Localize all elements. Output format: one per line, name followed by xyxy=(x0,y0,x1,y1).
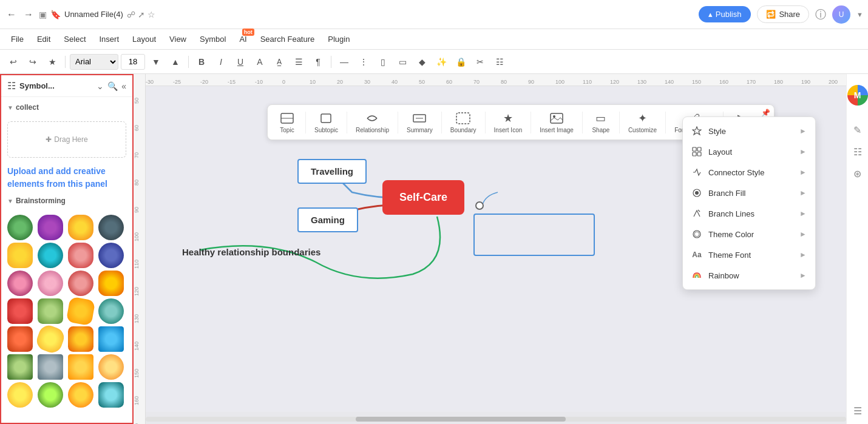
rs-style-icon[interactable]: ✎ xyxy=(849,121,866,138)
menu-edit[interactable]: Edit xyxy=(31,32,56,46)
node-selfcare[interactable]: Self-Care xyxy=(382,180,464,215)
menu-plugin[interactable]: Plugin xyxy=(322,32,356,46)
rs-grid-icon[interactable]: ⊛ xyxy=(849,165,866,182)
ctx-theme-font-item[interactable]: Aa Theme Font ► xyxy=(683,244,815,265)
unlink-button[interactable]: ✂ xyxy=(472,53,489,70)
align-left-button[interactable]: ☰ xyxy=(290,53,307,70)
menu-search[interactable]: Search Feature xyxy=(254,32,321,46)
ft-relationship-button[interactable]: Relationship xyxy=(352,109,393,136)
brain-icon-26[interactable] xyxy=(38,382,63,408)
rs-layout-icon[interactable]: ☷ xyxy=(849,143,866,160)
brain-icon-8[interactable] xyxy=(98,243,124,268)
panel-chevron-icon[interactable]: ⌄ xyxy=(97,81,104,91)
brain-icon-19[interactable] xyxy=(68,326,93,352)
ctx-layout-item[interactable]: Layout ► xyxy=(683,141,815,162)
lock-button[interactable]: 🔒 xyxy=(452,53,469,70)
share-small-icon[interactable]: ➚ xyxy=(138,10,145,19)
help-icon[interactable]: ⓘ xyxy=(815,7,826,22)
panel-collapse-icon[interactable]: « xyxy=(121,81,126,91)
ft-boundary-button[interactable]: Boundary xyxy=(447,109,480,136)
brain-icon-15[interactable] xyxy=(66,297,96,326)
paragraph-button[interactable]: ¶ xyxy=(310,53,327,70)
ft-insert-image-button[interactable]: Insert Image xyxy=(536,109,577,136)
nav-back-button[interactable]: ← xyxy=(5,8,18,21)
brain-icon-20[interactable] xyxy=(98,326,124,352)
ft-shape-button[interactable]: ▭ Shape xyxy=(588,109,614,136)
avatar[interactable]: U xyxy=(832,5,850,24)
brain-icon-14[interactable] xyxy=(38,298,63,324)
underline-button[interactable]: U xyxy=(232,53,249,70)
avatar-dropdown-icon[interactable]: ▼ xyxy=(856,11,863,18)
pin-icon[interactable]: 🔖 xyxy=(50,10,61,19)
menu-file[interactable]: File xyxy=(5,32,30,46)
brain-icon-27[interactable] xyxy=(68,382,93,408)
undo-button[interactable]: ↩ xyxy=(5,53,22,70)
mindmap-logo[interactable]: M xyxy=(847,85,868,106)
ft-subtopic-button[interactable]: Subtopic xyxy=(311,109,342,136)
increase-size-button[interactable]: ▲ xyxy=(167,53,184,70)
node-boundary[interactable] xyxy=(473,214,595,256)
menu-symbol[interactable]: Symbol xyxy=(194,32,232,46)
brain-icon-7[interactable] xyxy=(68,243,93,268)
publish-button[interactable]: ▴ Publish xyxy=(699,6,751,22)
text-color-button[interactable]: A xyxy=(251,53,268,70)
ctx-rainbow-item[interactable]: Rainbow ► xyxy=(683,265,815,286)
ft-summary-button[interactable]: Summary xyxy=(403,109,436,136)
ft-insert-icon-button[interactable]: ★ Insert Icon xyxy=(490,109,526,136)
ctx-branch-lines-item[interactable]: Branch Lines ► xyxy=(683,203,815,224)
ctx-theme-color-item[interactable]: Theme Color ► xyxy=(683,224,815,244)
panel-search-icon[interactable]: 🔍 xyxy=(107,81,118,91)
grid-button[interactable]: ☷ xyxy=(491,53,508,70)
node-travelling[interactable]: Travelling xyxy=(297,159,367,184)
rs-list-icon[interactable]: ☰ xyxy=(849,402,866,419)
border-button[interactable]: ▯ xyxy=(375,53,392,70)
canvas-area[interactable]: -30 -25 -20 -15 -10 0 10 20 30 40 50 60 … xyxy=(134,74,846,424)
effects-button[interactable]: ✨ xyxy=(433,53,450,70)
brain-icon-4[interactable] xyxy=(98,215,124,240)
menu-insert[interactable]: Insert xyxy=(93,32,126,46)
brain-icon-6[interactable] xyxy=(38,243,63,268)
bold-button[interactable]: B xyxy=(193,53,210,70)
home-icon[interactable]: ▣ xyxy=(39,10,47,19)
style-button[interactable]: ★ xyxy=(44,53,61,70)
brain-icon-10[interactable] xyxy=(38,271,63,296)
menu-ai[interactable]: AI hot xyxy=(233,32,253,46)
brainstorming-section-header[interactable]: ▼ Brainstorming xyxy=(7,194,126,207)
drag-here-area[interactable]: ✚ Drag Here xyxy=(7,121,126,158)
brain-icon-16[interactable] xyxy=(98,298,124,324)
scrollbar-thumb[interactable] xyxy=(356,417,566,422)
line-style-button[interactable]: ― xyxy=(336,53,353,70)
menu-select[interactable]: Select xyxy=(58,32,92,46)
fill-button[interactable]: ◆ xyxy=(413,53,430,70)
ctx-branch-fill-item[interactable]: Branch Fill ► xyxy=(683,183,815,203)
brain-icon-28[interactable] xyxy=(98,382,124,408)
pin-button[interactable]: 📌 xyxy=(761,109,770,117)
brain-icon-2[interactable] xyxy=(38,215,63,240)
decrease-size-button[interactable]: ▼ xyxy=(147,53,164,70)
brain-icon-12[interactable] xyxy=(98,271,124,296)
horizontal-scrollbar[interactable] xyxy=(146,417,846,422)
brain-icon-17[interactable] xyxy=(7,326,33,352)
brain-icon-3[interactable] xyxy=(68,215,93,240)
star-icon[interactable]: ☆ xyxy=(147,10,155,19)
collect-section-header[interactable]: ▼ collect xyxy=(7,101,126,114)
brain-icon-24[interactable] xyxy=(98,354,124,380)
node-healthy[interactable]: Healthy relationship boundaries xyxy=(182,247,320,257)
brain-icon-25[interactable] xyxy=(7,382,33,408)
brain-icon-13[interactable] xyxy=(7,298,33,324)
ctx-connector-style-item[interactable]: Connector Style ► xyxy=(683,162,815,183)
brain-icon-21[interactable] xyxy=(7,354,33,380)
brain-icon-18[interactable] xyxy=(34,323,67,355)
redo-button[interactable]: ↪ xyxy=(24,53,41,70)
brain-icon-5[interactable] xyxy=(7,243,33,268)
ft-customize-button[interactable]: ✦ Customize xyxy=(625,109,660,136)
brain-icon-1[interactable] xyxy=(7,215,33,240)
brain-icon-11[interactable] xyxy=(68,271,93,296)
bookmark-icon[interactable]: ☍ xyxy=(127,10,135,19)
ft-topic-button[interactable]: Topic xyxy=(274,109,300,136)
shape-button[interactable]: ▭ xyxy=(394,53,411,70)
brain-icon-23[interactable] xyxy=(68,354,93,380)
text-bg-button[interactable]: A̲ xyxy=(271,53,288,70)
menu-layout[interactable]: Layout xyxy=(126,32,162,46)
font-family-select[interactable]: Arial Helvetica Times New Roman xyxy=(70,54,118,70)
